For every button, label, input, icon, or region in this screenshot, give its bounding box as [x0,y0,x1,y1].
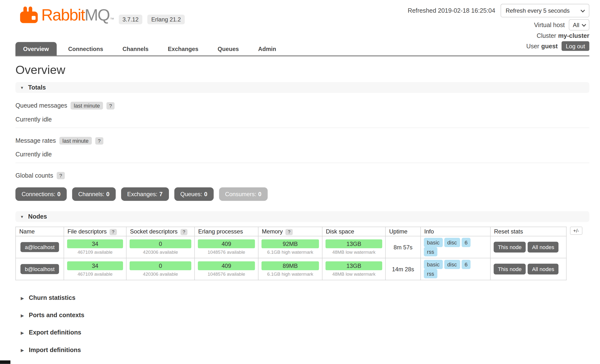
channels-count-value: 0 [106,191,109,197]
queued-period-chip: last minute [71,102,103,110]
file-descriptors-available: 467109 available [67,271,123,277]
tab-channels[interactable]: Channels [115,42,156,55]
tab-overview[interactable]: Overview [15,42,57,55]
nodes-section-header[interactable]: ▼ Nodes [15,211,589,222]
info-cell: basicdisc6rss [421,236,490,258]
rates-period-chip: last minute [59,137,92,145]
ports-and-contexts-title: Ports and contexts [29,312,84,319]
session-area: Refreshed 2019-02-18 16:25:04 Refresh ev… [408,4,589,51]
memory-watermark: 6.1GB high watermark [261,249,319,255]
logo-mq-text: MQ [85,6,110,24]
global-counts-badges: Connections:0 Channels:0 Exchanges:7 Que… [15,187,589,201]
section-import-definitions[interactable]: ▶ Import definitions [21,346,589,353]
exchanges-count-value: 7 [159,191,163,197]
col-erlang-processes: Erlang processes [195,227,258,236]
logo-rabbit-text: Rabbit [41,6,85,24]
socket-descriptors-available: 420306 available [130,271,191,277]
node-name-badge[interactable]: a@localhost [21,242,59,252]
exchanges-count-badge[interactable]: Exchanges:7 [121,187,169,201]
exchanges-count-label: Exchanges: [127,191,157,197]
connections-count-label: Connections: [21,191,55,197]
section-ports-and-contexts[interactable]: ▶ Ports and contexts [21,312,589,319]
reset-all-nodes-button[interactable]: All nodes [528,242,559,253]
tab-queues[interactable]: Queues [210,42,247,55]
expand-icon: ▶ [21,348,24,352]
cluster-name: my-cluster [558,32,589,39]
erlang-processes-available: 1048576 available [198,271,255,277]
memory-help-icon[interactable]: ? [286,229,293,235]
divider [15,128,589,128]
churn-statistics-title: Churn statistics [29,294,75,301]
rates-help-icon[interactable]: ? [95,137,103,144]
expand-icon: ▶ [21,313,24,317]
node-row-a: a@localhost 34467109 available 0420306 a… [16,236,566,258]
disk-space-bar: 13GB [326,261,382,270]
uptime-value: 8m 57s [385,236,421,258]
expand-icon: ▶ [21,296,24,300]
reset-this-node-button[interactable]: This node [494,242,526,253]
connections-count-value: 0 [57,191,61,197]
user-name: guest [541,43,558,50]
col-socket-descriptors: Socket descriptors ? [126,227,195,236]
file-descriptors-help-icon[interactable]: ? [110,229,117,235]
col-reset-stats-label: Reset stats [494,228,523,235]
connections-count-badge[interactable]: Connections:0 [15,187,67,201]
disk-watermark: 48MB low watermark [326,249,382,255]
tab-connections[interactable]: Connections [61,42,111,55]
queued-help-icon[interactable]: ? [106,102,115,109]
global-counts-label: Global counts [15,172,53,179]
nodes-table-area: Name File descriptors ? Socket descripto… [15,227,589,280]
main-nav: Overview Connections Channels Exchanges … [15,42,284,55]
col-name: Name [16,227,64,236]
refresh-interval-select[interactable]: Refresh every 5 seconds [501,4,589,17]
add-remove-columns-button[interactable]: +/- [570,227,582,235]
refreshed-timestamp: Refreshed 2019-02-18 16:25:04 [408,7,495,14]
queued-messages-label: Queued messages [15,102,67,109]
socket-descriptors-help-icon[interactable]: ? [180,229,188,235]
memory-bar: 92MB [261,239,319,248]
global-counts-help-icon[interactable]: ? [57,172,65,179]
virtual-host-row: Virtual host All [534,19,590,30]
col-info: Info [421,227,490,236]
disk-watermark: 48MB low watermark [326,271,382,277]
col-memory: Memory ? [258,227,322,236]
uptime-value: 14m 28s [385,258,421,280]
queues-count-badge[interactable]: Queues:0 [174,187,213,201]
rates-idle-text: Currently idle [15,151,589,158]
info-badge-rss: rss [424,269,437,278]
reset-all-nodes-button[interactable]: All nodes [528,264,559,274]
virtual-host-select[interactable]: All [569,19,589,30]
refresh-interval-value: Refresh every 5 seconds [506,7,569,14]
file-descriptors-bar: 34 [67,261,123,270]
cluster-row: Cluster my-cluster [537,32,589,39]
col-file-descriptors: File descriptors ? [64,227,126,236]
expand-icon: ▶ [21,331,24,335]
info-badge-basic: basic [424,238,443,247]
logout-button[interactable]: Log out [561,41,589,51]
col-info-label: Info [424,228,434,235]
tab-exchanges[interactable]: Exchanges [160,42,206,55]
virtual-host-value: All [573,21,579,28]
totals-section-header[interactable]: ▼ Totals [15,82,589,93]
tab-admin[interactable]: Admin [250,42,284,55]
section-export-definitions[interactable]: ▶ Export definitions [21,329,589,336]
col-reset-stats: Reset stats [490,227,566,236]
refresh-row: Refreshed 2019-02-18 16:25:04 Refresh ev… [408,4,589,17]
cluster-label: Cluster [537,32,556,39]
page-title: Overview [15,63,589,77]
section-churn-statistics[interactable]: ▶ Churn statistics [21,294,589,301]
reset-this-node-button[interactable]: This node [494,264,526,274]
socket-descriptors-bar: 0 [130,261,191,270]
erlang-processes-available: 1048576 available [198,249,255,255]
info-badge-count: 6 [462,260,471,269]
col-disk-space: Disk space [322,227,385,236]
rabbitmq-logo[interactable]: RabbitMQ™ [20,6,114,24]
node-name-badge[interactable]: b@localhost [21,264,59,274]
col-uptime-label: Uptime [389,228,407,235]
brand-area: RabbitMQ™ 3.7.12 Erlang 21.2 [20,5,185,24]
file-descriptors-bar: 34 [67,239,123,248]
message-rates-label: Message rates [15,137,56,144]
queues-count-label: Queues: [180,191,202,197]
channels-count-badge[interactable]: Channels:0 [72,187,115,201]
collapse-icon: ▼ [20,214,24,219]
